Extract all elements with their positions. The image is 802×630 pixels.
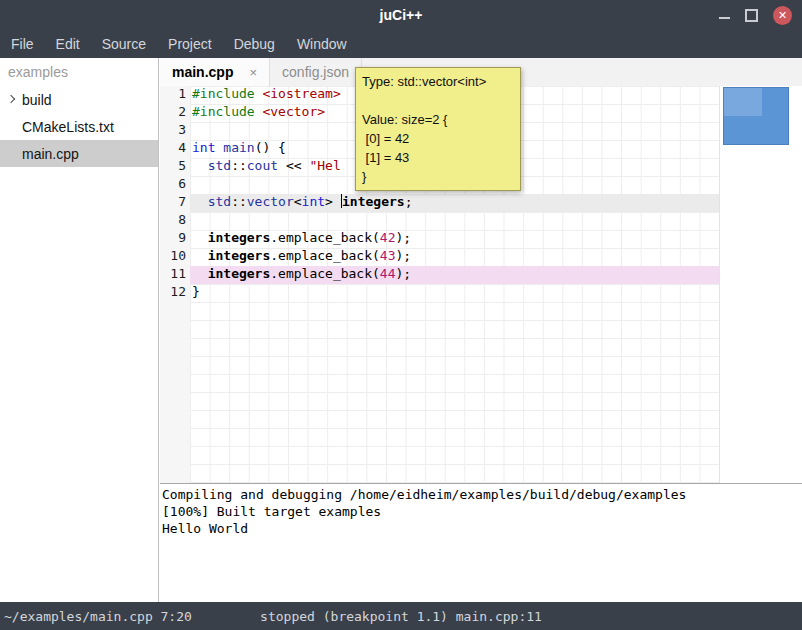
line-number[interactable]: 12 (160, 284, 186, 302)
minimize-icon[interactable] (719, 17, 730, 19)
menu-item-project[interactable]: Project (157, 30, 223, 58)
expander-chevron-icon[interactable] (7, 95, 15, 103)
menu-item-edit[interactable]: Edit (45, 30, 91, 58)
code-line-8[interactable] (190, 212, 719, 230)
terminal-panel[interactable]: Compiling and debugging /home/eidheim/ex… (160, 483, 802, 602)
tree-item-build[interactable]: build (0, 86, 158, 113)
tab-close-icon[interactable]: × (249, 65, 257, 80)
app-window: juCi++ ✕ FileEditSourceProjectDebugWindo… (0, 0, 802, 630)
code-line-11[interactable]: integers.emplace_back(44); (190, 266, 719, 284)
tooltip-line: [0] = 42 (362, 129, 514, 148)
tree-item-label: CMakeLists.txt (22, 119, 114, 135)
menu-item-debug[interactable]: Debug (223, 30, 286, 58)
tab-label: main.cpp (172, 64, 233, 80)
status-bar: stopped (breakpoint 1.1) main.cpp:11 ~/e… (0, 602, 802, 630)
close-icon[interactable]: ✕ (773, 6, 792, 25)
menu-bar: FileEditSourceProjectDebugWindow (0, 30, 802, 58)
terminal-line: Hello World (162, 521, 800, 538)
tree-item-main-cpp[interactable]: main.cpp (0, 140, 158, 167)
tooltip-line: Type: std::vector<int> (362, 72, 514, 91)
menu-item-source[interactable]: Source (91, 30, 157, 58)
terminal-line: Compiling and debugging /home/eidheim/ex… (162, 487, 800, 504)
tooltip-line: } (362, 167, 514, 186)
restore-icon[interactable] (745, 9, 758, 22)
file-tree: buildCMakeLists.txtmain.cpp (0, 86, 158, 167)
line-number[interactable]: 3 (160, 122, 186, 140)
line-number[interactable]: 7 (160, 194, 186, 212)
tab-main-cpp[interactable]: main.cpp× (160, 58, 270, 86)
code-line-7[interactable]: std::vector<int> integers; (190, 194, 719, 212)
tree-item-label: main.cpp (22, 146, 79, 162)
line-number[interactable]: 6 (160, 176, 186, 194)
code-line-12[interactable]: } (190, 284, 719, 302)
line-number[interactable]: 10 (160, 248, 186, 266)
line-number[interactable]: 4 (160, 140, 186, 158)
scrollbar-overview-inner (724, 88, 762, 116)
tab-label: config.json (282, 64, 349, 80)
scrollbar-overview-thumb[interactable] (723, 87, 789, 145)
file-position-status: ~/examples/main.cpp 7:20 (0, 609, 192, 624)
line-number[interactable]: 8 (160, 212, 186, 230)
gutter: 123456789101112 (160, 86, 190, 483)
sidebar: examples buildCMakeLists.txtmain.cpp (0, 58, 159, 602)
project-name: examples (0, 58, 158, 86)
terminal-line: [100%] Built target examples (162, 504, 800, 521)
line-number[interactable]: 5 (160, 158, 186, 176)
debug-tooltip: Type: std::vector<int>Value: size=2 { [0… (355, 67, 521, 191)
line-number[interactable]: 2 (160, 104, 186, 122)
code-line-9[interactable]: integers.emplace_back(42); (190, 230, 719, 248)
tooltip-line (362, 91, 514, 110)
tooltip-line: Value: size=2 { (362, 110, 514, 129)
tooltip-line: [1] = 43 (362, 148, 514, 167)
line-number[interactable]: 11 (160, 266, 186, 284)
tree-item-label: build (22, 92, 52, 108)
line-number[interactable]: 1 (160, 86, 186, 104)
menu-item-window[interactable]: Window (286, 30, 358, 58)
line-number[interactable]: 9 (160, 230, 186, 248)
window-controls: ✕ (719, 0, 792, 30)
tree-item-cmakelists-txt[interactable]: CMakeLists.txt (0, 113, 158, 140)
title-bar[interactable]: juCi++ ✕ (0, 0, 802, 30)
terminal-output: Compiling and debugging /home/eidheim/ex… (162, 487, 800, 538)
tab-config-json[interactable]: config.json (270, 58, 362, 86)
code-line-10[interactable]: integers.emplace_back(43); (190, 248, 719, 266)
menu-item-file[interactable]: File (0, 30, 45, 58)
window-title: juCi++ (380, 7, 423, 23)
